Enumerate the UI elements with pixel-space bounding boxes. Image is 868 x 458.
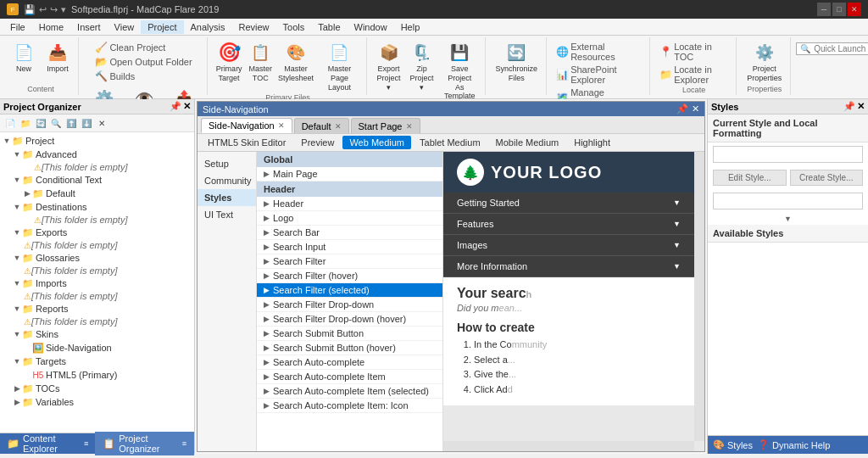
styles-panel-close[interactable]: ✕ [857, 101, 865, 112]
styles-bottom-dynamic-help[interactable]: ❓ Dynamic Help [758, 439, 830, 450]
menu-item-logo[interactable]: ▶Logo [257, 211, 442, 226]
ribbon-btn-master-toc[interactable]: 📋 MasterTOC [247, 39, 274, 85]
sidebar-ui-text[interactable]: UI Text [198, 206, 256, 223]
arrow-skins[interactable]: ▼ [12, 330, 22, 338]
preview-nav-more-info[interactable]: More Information ▼ [443, 256, 694, 277]
toolbar-btn-1[interactable]: 📄 [3, 116, 17, 130]
quick-launch-input[interactable] [814, 44, 868, 53]
maximize-button[interactable]: □ [832, 3, 846, 16]
ribbon-btn-project-props[interactable]: ⚙️ ProjectProperties [743, 39, 785, 85]
menu-item-search-filter[interactable]: ▶Search Filter [257, 254, 442, 269]
arrow-exports[interactable]: ▼ [12, 228, 22, 237]
menu-item-search-autocomplete[interactable]: ▶Search Auto-complete [257, 355, 442, 370]
menu-item-header[interactable]: ▶Header [257, 197, 442, 211]
close-button[interactable]: ✕ [848, 3, 861, 16]
arrow-imports[interactable]: ▼ [12, 279, 22, 288]
media-tab-web-medium[interactable]: Web Medium [342, 136, 411, 149]
sidebar-setup[interactable]: Setup [198, 155, 256, 172]
project-organizer-tab[interactable]: 📋 Project Organizer ≡ [96, 432, 194, 455]
toolbar-btn-3[interactable]: 🔄 [34, 116, 47, 130]
doc-tab-default[interactable]: Default ✕ [294, 118, 349, 133]
tree-item-html5[interactable]: H5 HTML5 (Primary) [0, 368, 194, 382]
menu-home[interactable]: Home [32, 20, 70, 34]
ribbon-btn-sharepoint[interactable]: 📊 SharePoint Explorer [554, 64, 644, 86]
menu-item-search-bar[interactable]: ▶Search Bar [257, 226, 442, 240]
media-tab-tablet[interactable]: Tablet Medium [413, 136, 487, 149]
ribbon-btn-builds[interactable]: 🔨 Builds [92, 70, 194, 83]
arrow-default[interactable]: ▶ [22, 189, 32, 198]
preview-scrollbar-horizontal[interactable] [443, 441, 694, 451]
arrow-variables[interactable]: ▶ [12, 398, 22, 406]
ribbon-btn-new[interactable]: 📄 New [8, 39, 39, 75]
ribbon-btn-zip[interactable]: 🗜️ ZipProject ▾ [407, 39, 437, 93]
menu-view[interactable]: View [108, 20, 142, 34]
tree-item-conditional[interactable]: ▼ 📁 Conditional Text [0, 173, 194, 187]
panel-close-btn[interactable]: ✕ [183, 101, 191, 112]
media-tab-mobile[interactable]: Mobile Medium [489, 136, 566, 149]
arrow-project[interactable]: ▼ [2, 137, 12, 145]
minimize-button[interactable]: ─ [817, 3, 831, 16]
tree-item-exports[interactable]: ▼ 📁 Exports [0, 226, 194, 239]
create-style-btn[interactable]: Create Style... [790, 170, 864, 186]
preview-scrollbar-vertical[interactable] [694, 152, 704, 441]
tree-item-glossaries[interactable]: ▼ 📁 Glossaries [0, 251, 194, 265]
menu-file[interactable]: File [3, 20, 32, 34]
preview-nav-images[interactable]: Images ▼ [443, 235, 694, 256]
arrow-reports[interactable]: ▼ [12, 304, 22, 313]
doc-tab-start-page-close[interactable]: ✕ [406, 122, 413, 131]
tree-item-side-nav[interactable]: 🖼️ Side-Navigation [0, 341, 194, 355]
arrow-tocs[interactable]: ▶ [12, 384, 22, 393]
ribbon-btn-locate-toc[interactable]: 📍 Locate in TOC [657, 41, 731, 63]
tree-item-project[interactable]: ▼ 📁 Project [0, 134, 194, 148]
ribbon-btn-clean[interactable]: 🧹 Clean Project [92, 41, 194, 54]
menu-item-search-autocomplete-selected[interactable]: ▶Search Auto-complete Item (selected) [257, 384, 442, 399]
quick-access-btn2[interactable]: ↩ [39, 4, 47, 15]
edit-style-btn[interactable]: Edit Style... [713, 170, 787, 186]
tree-item-default[interactable]: ▶ 📁 Default [0, 187, 194, 200]
toolbar-btn-5[interactable]: ⬆️ [64, 116, 78, 130]
menu-insert[interactable]: Insert [70, 20, 108, 34]
quick-access-dropdown[interactable]: ▾ [61, 4, 66, 15]
menu-table[interactable]: Table [311, 20, 347, 34]
quick-access-btn3[interactable]: ↪ [50, 4, 58, 15]
menu-analysis[interactable]: Analysis [184, 20, 232, 34]
menu-project[interactable]: Project [141, 20, 183, 34]
doc-tab-side-nav[interactable]: Side-Navigation ✕ [201, 118, 292, 133]
ribbon-btn-master-stylesheet[interactable]: 🎨 MasterStylesheet [277, 39, 314, 85]
tree-item-skins[interactable]: ▼ 📁 Skins [0, 327, 194, 341]
doc-tab-default-close[interactable]: ✕ [335, 122, 342, 131]
sidebar-styles[interactable]: Styles [198, 189, 256, 206]
menu-item-search-filter-dropdown-hover[interactable]: ▶Search Filter Drop-down (hover) [257, 312, 442, 327]
media-tab-highlight[interactable]: Highlight [567, 136, 617, 149]
ribbon-btn-external-res[interactable]: 🌐 External Resources [554, 41, 644, 63]
ribbon-btn-export[interactable]: 📦 ExportProject ▾ [374, 39, 403, 93]
quick-launch-box[interactable]: 🔍 [796, 42, 868, 55]
menu-item-search-filter-selected[interactable]: ▶Search Filter (selected) [257, 283, 442, 298]
ribbon-btn-primary-target[interactable]: 🎯 PrimaryTarget [214, 39, 243, 85]
styles-bottom-styles[interactable]: 🎨 Styles [713, 439, 753, 450]
tree-item-tocs[interactable]: ▶ 📁 TOCs [0, 382, 194, 395]
menu-help[interactable]: Help [394, 20, 427, 34]
arrow-conditional[interactable]: ▼ [12, 176, 22, 184]
menu-item-search-submit-hover[interactable]: ▶Search Submit Button (hover) [257, 341, 442, 355]
styles-expand-arrow[interactable]: ▼ [708, 213, 868, 225]
preview-nav-features[interactable]: Features ▼ [443, 214, 694, 235]
menu-item-main-page[interactable]: ▶ Main Page [257, 167, 442, 182]
quick-access-btn[interactable]: 💾 [24, 4, 36, 15]
menu-item-search-autocomplete-item[interactable]: ▶Search Auto-complete Item [257, 370, 442, 384]
content-explorer-expand[interactable]: ≡ [84, 439, 88, 448]
arrow-advanced[interactable]: ▼ [12, 150, 22, 159]
content-explorer-tab[interactable]: 📁 Content Explorer ≡ [0, 432, 96, 455]
arrow-destinations[interactable]: ▼ [12, 203, 22, 211]
menu-item-search-filter-dropdown[interactable]: ▶Search Filter Drop-down [257, 298, 442, 312]
media-tab-preview[interactable]: Preview [294, 136, 341, 149]
tree-item-variables[interactable]: ▶ 📁 Variables [0, 395, 194, 409]
tree-item-imports[interactable]: ▼ 📁 Imports [0, 276, 194, 290]
tree-item-targets[interactable]: ▼ 📁 Targets [0, 355, 194, 368]
ribbon-btn-output[interactable]: 📂 Open Output Folder [92, 55, 194, 69]
preview-nav-getting-started[interactable]: Getting Started ▼ [443, 193, 694, 214]
arrow-targets[interactable]: ▼ [12, 357, 22, 366]
project-org-expand[interactable]: ≡ [182, 439, 186, 448]
ribbon-btn-import[interactable]: 📥 Import [42, 39, 73, 75]
menu-item-search-filter-hover[interactable]: ▶Search Filter (hover) [257, 269, 442, 283]
